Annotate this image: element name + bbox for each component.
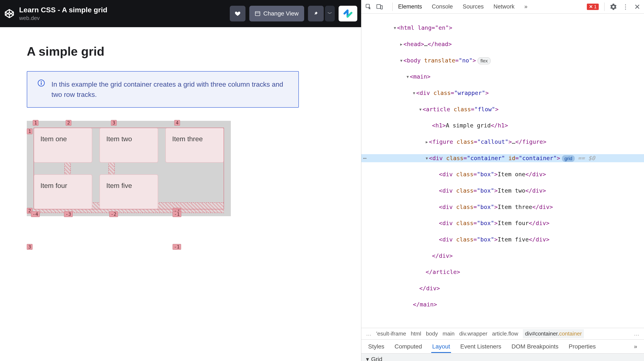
subtab-styles[interactable]: Styles [367,340,385,353]
device-toolbar-icon[interactable] [376,3,383,10]
breadcrumb-item[interactable]: 'esult-iframe [376,331,406,337]
close-icon[interactable]: ✕ [634,2,640,11]
dom-line[interactable]: <h1>A simple grid</h1> [361,121,644,129]
callout-text: In this example the grid container creat… [52,79,289,100]
grid-item: Item three [165,128,224,163]
grid-section-header[interactable]: ▾ Grid [361,354,644,361]
dom-line[interactable]: <div class="box">Item three</div> [361,203,644,211]
tab-more[interactable]: » [524,0,528,13]
dom-line[interactable]: </article> [361,268,644,276]
grid-line-label: 3 [27,244,32,250]
tab-elements[interactable]: Elements [398,0,422,13]
pin-dropdown-button[interactable]: ﹀ [325,6,335,21]
devtools-top-bar: Elements Console Sources Network » ✕1 ⋮ … [361,0,644,13]
preview-body: A simple grid In this example the grid c… [0,27,361,361]
disclosure-triangle-icon: ▾ [366,356,369,361]
svg-point-6 [41,81,42,82]
grid-container: Item one Item two Item three Item four I… [34,128,224,209]
divider [392,2,392,11]
devtools-tabs: Elements Console Sources Network » [398,0,528,13]
breadcrumb-leaf[interactable]: div#container.container [523,329,584,338]
breadcrumb-more-left[interactable]: … [366,331,372,337]
chevron-down-icon: ﹀ [328,10,332,17]
breadcrumb-item[interactable]: article.flow [492,331,518,337]
svg-rect-10 [381,5,382,9]
breadcrumb[interactable]: … 'esult-iframe html body main div.wrapp… [361,328,644,340]
like-button[interactable] [230,6,246,21]
dom-line[interactable]: ▾<body translate="no">flex [361,56,644,64]
kebab-icon[interactable]: ⋮ [622,3,629,10]
breadcrumb-item[interactable]: html [411,331,421,337]
subtab-dom-breakpoints[interactable]: DOM Breakpoints [511,340,560,353]
grid-figure: Item one Item two Item three Item four I… [27,121,231,216]
grid-item: Item one [34,128,92,163]
grid-badge[interactable]: grid [562,155,575,162]
codepen-header: Learn CSS - A simple grid web.dev Change… [0,0,361,27]
subtab-computed[interactable]: Computed [394,340,423,353]
heart-icon [235,10,240,16]
inspect-icon[interactable] [365,3,372,10]
svg-rect-7 [41,82,42,85]
title-block: Learn CSS - A simple grid web.dev [19,6,226,21]
dom-line[interactable]: <div class="box">Item two</div> [361,187,644,195]
dom-line[interactable]: ▾<html lang="en"> [361,24,644,32]
dom-line[interactable]: ▸<head>…</head> [361,40,644,48]
dom-tree[interactable]: ▾<html lang="en"> ▸<head>…</head> ▾<body… [361,13,644,328]
breadcrumb-more-right[interactable]: … [634,331,639,337]
callout: In this example the grid container creat… [27,71,299,108]
grid-background: Item one Item two Item three Item four I… [27,121,231,216]
settings-icon[interactable] [610,3,617,10]
tab-network[interactable]: Network [493,0,515,13]
grid-item: Item four [34,174,92,209]
subtab-layout[interactable]: Layout [431,340,451,353]
pin-icon [313,11,318,16]
layout-icon [255,11,260,16]
grid-item: Item five [100,174,158,209]
pen-author: web.dev [19,15,226,21]
subtab-event-listeners[interactable]: Event Listeners [460,340,502,353]
breadcrumb-item[interactable]: body [426,331,438,337]
flex-badge[interactable]: flex [478,57,490,64]
dom-line[interactable]: ▾<article class="flow"> [361,105,644,113]
tab-sources[interactable]: Sources [462,0,484,13]
dom-line[interactable]: </div> [361,252,644,260]
page-title: A simple grid [27,44,334,58]
svg-rect-9 [377,4,380,8]
svg-rect-3 [255,11,260,16]
grid-section-title: Grid [371,356,382,361]
dollar-zero: == $0 [578,155,595,161]
dom-line[interactable]: <div class="box">Item five</div> [361,236,644,244]
info-icon [37,79,46,100]
grid-item: Item two [100,128,158,163]
error-x-icon: ✕ [589,4,593,9]
dom-line[interactable]: ▸<figure class="callout">…</figure> [361,138,644,146]
elements-subtabs: Styles Computed Layout Event Listeners D… [361,340,644,354]
dom-line[interactable]: ▾<div class="wrapper"> [361,89,644,97]
devtools-panel: Elements Console Sources Network » ✕1 ⋮ … [361,0,644,361]
dom-line[interactable]: <div class="box">Item one</div> [361,170,644,178]
dom-line-selected[interactable]: ⋯▾<div class="container" id="container">… [361,154,644,162]
change-view-button[interactable]: Change View [249,6,304,21]
codepen-panel: Learn CSS - A simple grid web.dev Change… [0,0,361,361]
subtab-more[interactable]: » [633,340,638,353]
codepen-logo-icon[interactable] [4,8,15,19]
dom-line[interactable]: <div class="box">Item four</div> [361,219,644,227]
error-count: 1 [594,4,596,9]
pen-title: Learn CSS - A simple grid [19,6,226,14]
tab-console[interactable]: Console [432,0,453,13]
divider [604,2,604,11]
grid-line-label: -1 [172,244,181,250]
breadcrumb-item[interactable]: main [442,331,454,337]
service-avatar-button[interactable] [338,6,357,21]
pin-button[interactable] [308,6,324,21]
change-view-label: Change View [263,10,298,17]
dom-line[interactable]: </div> [361,284,644,292]
subtab-properties[interactable]: Properties [568,340,596,353]
error-count-badge[interactable]: ✕1 [587,3,599,10]
dom-line[interactable]: ▾<main> [361,73,644,81]
service-logo-icon [343,9,352,18]
breadcrumb-item[interactable]: div.wrapper [459,331,487,337]
layout-panel: ▾ Grid Overlay display settings Show lin… [361,354,644,361]
dom-line[interactable]: </main> [361,301,644,309]
